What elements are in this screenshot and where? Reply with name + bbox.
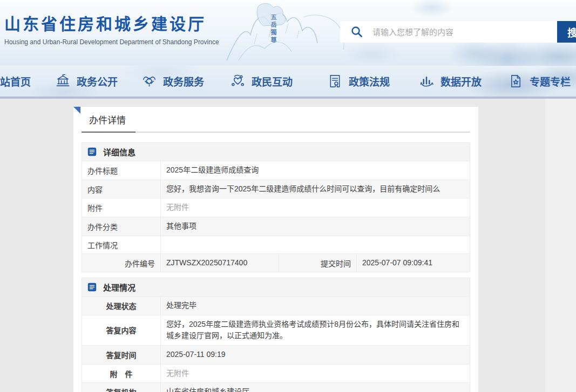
search-input[interactable] bbox=[340, 21, 557, 43]
bar-chart-icon bbox=[419, 74, 434, 88]
nav-item-label: 数据开放 bbox=[441, 74, 482, 88]
legal-doc-icon bbox=[328, 74, 342, 88]
section-detail-info: 详细信息 办件标题 2025年二级建造师成绩查询 内容 您好，我想咨询一下202… bbox=[82, 142, 470, 272]
nav-item-label: 政务服务 bbox=[163, 74, 204, 88]
section-header: 详细信息 bbox=[82, 143, 470, 161]
table-row: 答复内容 您好，2025年度二级建造师执业资格考试成绩预计8月份公布，具体时间请… bbox=[82, 315, 470, 345]
field-label: 附 件 bbox=[82, 365, 160, 383]
search-button[interactable]: 搜索 bbox=[557, 21, 576, 43]
field-label: 办件分类 bbox=[82, 217, 160, 236]
field-value: 无附件 bbox=[160, 365, 470, 383]
table-footer-row: 办件编号 ZJTWSZX20250717400 提交时间 2025-07-07 … bbox=[82, 253, 470, 272]
detail-card: 办件详情 详细信息 办件标题 2025年二级建造师成绩查询 内容 您好，我想咨询… bbox=[73, 107, 478, 392]
field-label: 附件 bbox=[82, 198, 160, 217]
site-subtitle: Housing and Urban-Rural Development Depa… bbox=[4, 38, 219, 46]
case-number: ZJTWSZX20250717400 bbox=[160, 254, 279, 272]
title-underline bbox=[82, 132, 470, 133]
table-row: 答复时间 2025-07-11 09:19 bbox=[82, 345, 470, 364]
site-logo[interactable]: 山东省住房和城乡建设厅 Housing and Urban-Rural Deve… bbox=[4, 11, 219, 46]
field-label: 办件标题 bbox=[82, 161, 160, 180]
submit-time: 2025-07-07 09:09:41 bbox=[356, 254, 470, 272]
table-row: 附 件 无附件 bbox=[82, 364, 470, 383]
table-row: 附件 无附件 bbox=[82, 198, 470, 217]
table-row: 办件标题 2025年二级建造师成绩查询 bbox=[82, 161, 470, 180]
field-value: 无附件 bbox=[160, 198, 470, 217]
reply-time: 2025-07-11 09:19 bbox=[160, 346, 470, 364]
nav-item-policies[interactable]: 政策法规 bbox=[328, 66, 390, 97]
main-nav: 站首页 政务公开 政务服务 bbox=[0, 66, 576, 97]
table-row: 处理状态 处理完毕 bbox=[82, 296, 470, 315]
nav-item-gov-services[interactable]: 政务服务 bbox=[142, 66, 204, 97]
site-header: 山东省住房和城乡建设厅 Housing and Urban-Rural Deve… bbox=[0, 0, 576, 66]
field-label: 提交时间 bbox=[279, 254, 356, 272]
site-title: 山东省住房和城乡建设厅 bbox=[4, 11, 219, 35]
field-value: 其他事项 bbox=[160, 217, 470, 236]
status-value: 处理完毕 bbox=[160, 297, 470, 315]
field-value: 您好，我想咨询一下2025年二级建造师成绩什么时间可以查询，目前有确定时间么 bbox=[160, 180, 470, 198]
document-icon bbox=[87, 147, 97, 156]
nav-item-home[interactable]: 站首页 bbox=[0, 66, 31, 97]
table-row: 答复机构 山东省住房和城乡建设厅 bbox=[82, 382, 470, 392]
nav-item-gov-disclosure[interactable]: 政务公开 bbox=[56, 66, 118, 97]
star-doc-icon bbox=[509, 74, 523, 88]
field-label: 答复时间 bbox=[82, 346, 160, 364]
field-label: 工作情况 bbox=[82, 236, 160, 253]
nav-item-label: 专题专栏 bbox=[530, 74, 571, 88]
mountain-artwork bbox=[222, 1, 352, 64]
field-label: 答复内容 bbox=[82, 315, 160, 345]
section-header: 处理情况 bbox=[82, 278, 470, 296]
table-row: 内容 您好，我想咨询一下2025年二级建造师成绩什么时间可以查询，目前有确定时间… bbox=[82, 180, 470, 198]
reply-agency: 山东省住房和城乡建设厅 bbox=[160, 383, 470, 392]
nav-item-open-data[interactable]: 数据开放 bbox=[419, 66, 482, 97]
reply-content: 您好，2025年度二级建造师执业资格考试成绩预计8月份公布，具体时间请关注省住房… bbox=[160, 315, 470, 345]
section-process-info: 处理情况 处理状态 处理完毕 答复内容 您好，2025年度二级建造师执业资格考试… bbox=[82, 278, 470, 392]
decor-seal-text: 五岳獨尊 bbox=[269, 14, 277, 44]
field-label: 答复机构 bbox=[82, 383, 160, 392]
nav-item-label: 政务公开 bbox=[77, 74, 118, 88]
field-value bbox=[160, 236, 470, 253]
field-label: 办件编号 bbox=[82, 254, 160, 272]
content-right-panel bbox=[545, 99, 576, 392]
field-label: 内容 bbox=[82, 180, 160, 198]
nav-item-label: 政民互动 bbox=[252, 74, 293, 88]
page-title: 办件详情 bbox=[89, 113, 126, 126]
document-icon bbox=[87, 283, 97, 292]
field-label: 处理状态 bbox=[82, 297, 160, 315]
field-value: 2025年二级建造师成绩查询 bbox=[160, 161, 470, 180]
nav-item-label: 政策法规 bbox=[349, 74, 390, 88]
nav-item-special-topics[interactable]: 专题专栏 bbox=[509, 66, 571, 97]
section-title: 详细信息 bbox=[103, 146, 135, 157]
handshake-icon bbox=[142, 74, 157, 88]
nav-item-label: 站首页 bbox=[0, 74, 31, 88]
bank-icon bbox=[56, 74, 70, 88]
content-area: 办件详情 详细信息 办件标题 2025年二级建造师成绩查询 内容 您好，我想咨询… bbox=[0, 99, 576, 392]
nav-item-public-interaction[interactable]: 政民互动 bbox=[231, 66, 293, 97]
heart-hands-icon bbox=[231, 74, 245, 88]
section-title: 处理情况 bbox=[103, 281, 135, 293]
corner-decor bbox=[73, 107, 80, 114]
table-row: 办件分类 其他事项 bbox=[82, 217, 470, 236]
table-row: 工作情况 bbox=[82, 236, 470, 253]
